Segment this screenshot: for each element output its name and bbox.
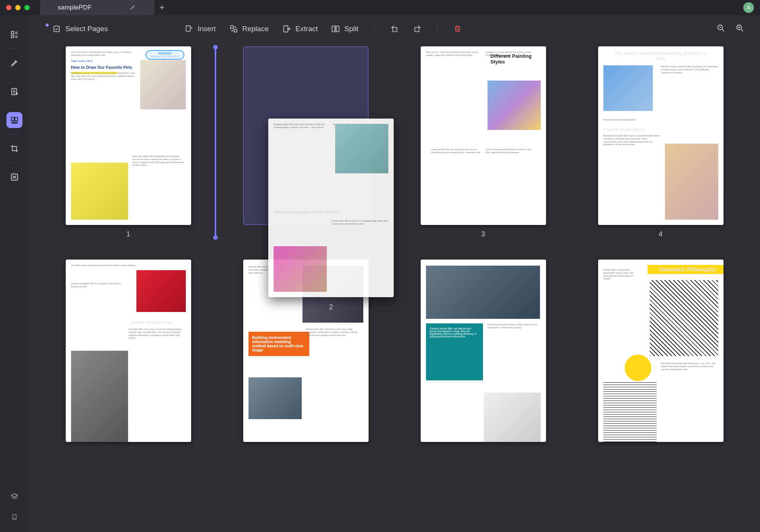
page-thumb-7[interactable]: Practical results filler: low-altitude a… — [403, 260, 564, 442]
drag-page-title: Animals are a part of our daily life — [274, 210, 341, 214]
tab-strip: samplePDF + — [40, 0, 169, 15]
app-body: Select Pages Insert Replace Extract Spli… — [0, 15, 760, 532]
extract-label: Extract — [295, 25, 318, 33]
svg-rect-8 — [230, 26, 233, 28]
rail-separator — [9, 77, 20, 78]
page-thumb-5[interactable]: Intro filler on pet relationships and hu… — [48, 260, 209, 442]
svg-rect-13 — [393, 27, 397, 32]
page-thumb-4[interactable]: The Health and Mood-Boosting Benefits of… — [580, 46, 741, 238]
select-pages-button[interactable]: Select Pages — [45, 25, 108, 33]
svg-rect-12 — [336, 26, 339, 32]
svg-rect-9 — [234, 29, 236, 32]
page-thumb-8[interactable]: Geometric Philosophy Sidebar filler on g… — [580, 260, 741, 442]
zoom-out-button[interactable] — [717, 24, 725, 34]
toolbar-divider — [374, 23, 375, 35]
rotate-left-button[interactable] — [391, 25, 399, 33]
page4-sub: Possible Health Effects — [603, 128, 646, 132]
svg-rect-7 — [186, 26, 190, 32]
split-label: Split — [344, 25, 358, 33]
insert-button[interactable]: Insert — [185, 25, 216, 33]
rail-redact[interactable] — [6, 169, 22, 185]
svg-rect-14 — [415, 27, 419, 32]
rail-separator — [9, 49, 20, 49]
rail-highlight[interactable] — [6, 55, 22, 71]
page3-title: Different Painting Styles — [491, 53, 540, 65]
toolbar-divider — [437, 23, 437, 35]
page4-title: The Health and Mood-Boosting Benefits of… — [598, 46, 724, 64]
document-tab[interactable]: samplePDF — [40, 0, 154, 15]
fullscreen-window-button[interactable] — [24, 5, 30, 10]
replace-label: Replace — [242, 25, 269, 33]
avatar[interactable]: A — [743, 2, 754, 13]
delete-button[interactable] — [453, 25, 462, 33]
bookmark-icon[interactable] — [11, 513, 18, 523]
indicator-dot — [46, 24, 49, 27]
page5-sub: Animals Helping People — [130, 320, 174, 325]
page-number: 1 — [126, 230, 130, 238]
rotate-right-button[interactable] — [413, 25, 421, 33]
rename-icon[interactable] — [130, 4, 136, 12]
tab-title: samplePDF — [58, 4, 92, 11]
insert-label: Insert — [198, 25, 216, 33]
rail-separator — [9, 163, 20, 163]
layers-icon[interactable] — [10, 492, 19, 502]
dragged-page[interactable]: Dragged page filler copy about animals i… — [268, 119, 394, 297]
page-thumb-1[interactable]: REVISEDRevised on Jul 28, 2021 at 17:32 … — [48, 46, 209, 238]
page-number: 4 — [659, 230, 662, 238]
toolbar: Select Pages Insert Replace Extract Spli… — [29, 15, 760, 43]
window-controls — [6, 5, 30, 10]
rail-edit-page[interactable] — [6, 84, 22, 100]
revised-stamp: REVISEDRevised on Jul 28, 2021 at 17:32 — [146, 50, 184, 60]
replace-button[interactable]: Replace — [230, 25, 269, 33]
zoom-controls — [717, 24, 744, 34]
rail-page-organize[interactable] — [6, 112, 22, 128]
rail-separator — [9, 106, 20, 106]
new-tab-button[interactable]: + — [154, 0, 169, 15]
insert-indicator — [215, 46, 216, 238]
rail-bottom — [10, 492, 19, 523]
page-number: 3 — [481, 230, 485, 238]
svg-rect-4 — [15, 117, 17, 121]
close-window-button[interactable] — [6, 5, 11, 10]
main-area: Select Pages Insert Replace Extract Spli… — [29, 15, 760, 532]
extract-button[interactable]: Extract — [282, 25, 318, 33]
left-rail — [0, 15, 29, 532]
titlebar: samplePDF + A — [0, 0, 760, 15]
rail-separator — [9, 134, 20, 135]
svg-rect-6 — [54, 26, 60, 32]
svg-rect-3 — [11, 117, 14, 121]
svg-rect-1 — [11, 35, 14, 38]
svg-rect-11 — [332, 26, 335, 32]
page6-title: Building environment information modelin… — [249, 332, 309, 356]
zoom-in-button[interactable] — [736, 24, 744, 34]
svg-rect-0 — [11, 32, 14, 34]
page-grid: REVISEDRevised on Jul 28, 2021 at 17:32 … — [29, 43, 760, 532]
avatar-letter: A — [747, 5, 750, 11]
page8-title: Geometric Philosophy — [659, 266, 716, 272]
minimize-window-button[interactable] — [15, 5, 21, 10]
select-pages-label: Select Pages — [65, 25, 108, 33]
page-thumb-3[interactable]: Filler column copy about painting techni… — [403, 46, 564, 238]
split-button[interactable]: Split — [331, 25, 358, 33]
rail-thumbnails[interactable] — [6, 27, 22, 43]
rail-crop[interactable] — [6, 141, 22, 157]
dragged-page-number: 2 — [329, 303, 333, 311]
